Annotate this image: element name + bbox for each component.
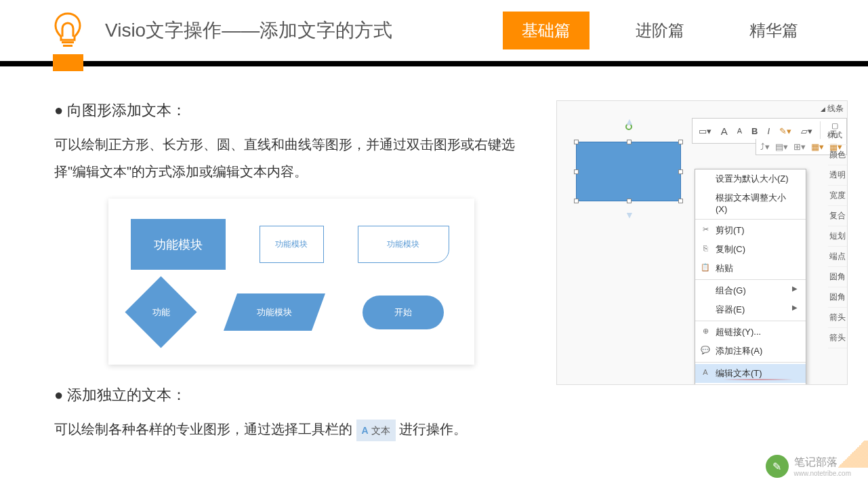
- menu-separator: [695, 321, 806, 321]
- context-menu-item[interactable]: 📋粘贴: [695, 259, 806, 278]
- page-title: Visio文字操作——添加文字的方式: [105, 18, 392, 43]
- tab-advanced[interactable]: 进阶篇: [617, 12, 703, 49]
- side-panel-item[interactable]: 透明: [828, 165, 847, 186]
- side-panel-item[interactable]: 颜色: [828, 145, 847, 165]
- menu-separator: [695, 279, 806, 280]
- resize-handle[interactable]: [678, 140, 683, 144]
- context-menu: 设置为默认大小(Z)根据文本调整大小(X)✂剪切(T)⎘复制(C)📋粘贴组合(G…: [695, 169, 806, 385]
- context-menu-item[interactable]: ✂剪切(T): [695, 221, 806, 240]
- tab-basic[interactable]: 基础篇: [503, 12, 590, 49]
- footer-brand: 笔记部落: [794, 456, 838, 468]
- shape-rectangle-outline: 功能模块: [260, 226, 324, 263]
- menu-item-icon: 📋: [701, 262, 710, 272]
- resize-handle[interactable]: [574, 169, 579, 174]
- context-menu-item[interactable]: 💬添加注释(A): [695, 342, 806, 361]
- menu-item-label: 设置为默认大小(Z): [716, 174, 789, 184]
- side-panel-item[interactable]: 宽度: [828, 186, 847, 206]
- context-menu-item[interactable]: 组合(G)▶: [695, 281, 806, 300]
- font-increase-button[interactable]: A: [719, 125, 730, 138]
- menu-item-label: 超链接(Y)...: [716, 327, 761, 337]
- context-menu-item[interactable]: ⊕超链接(Y)...: [695, 323, 806, 342]
- menu-item-label: 编辑文本(T): [716, 368, 762, 378]
- shape-fill-icon[interactable]: ▱▾: [799, 125, 814, 137]
- resize-handle[interactable]: [678, 199, 683, 203]
- resize-handle[interactable]: [678, 169, 683, 174]
- header-divider: [0, 61, 868, 66]
- visio-screenshot: 线条 ▲ ▼ ▭▾ A A B I ✎▾ ▱▾: [556, 100, 848, 385]
- section2-title: 添加独立的文本：: [54, 385, 536, 405]
- menu-item-label: 剪切(T): [716, 225, 745, 235]
- side-panel-item[interactable]: 无: [828, 125, 847, 145]
- italic-button[interactable]: I: [765, 125, 772, 137]
- content-right: 线条 ▲ ▼ ▭▾ A A B I ✎▾ ▱▾: [556, 100, 848, 456]
- text-tool-button[interactable]: A文本: [356, 420, 396, 441]
- menu-separator: [695, 219, 806, 220]
- resize-handle[interactable]: [627, 199, 632, 203]
- logo: [51, 10, 85, 51]
- shape-wave: 功能模块: [358, 226, 449, 263]
- menu-separator: [695, 362, 806, 363]
- menu-item-icon: ✂: [701, 224, 710, 234]
- section2-desc: 可以绘制各种各样的专业图形，通过选择工具栏的 A文本 进行操作。: [54, 415, 536, 443]
- context-menu-item[interactable]: ⎘复制(C): [695, 240, 806, 259]
- side-panel-item[interactable]: 复合: [828, 206, 847, 226]
- header-accent: [53, 54, 83, 71]
- footer-sub: www.notetribe.com: [794, 470, 851, 477]
- menu-item-label: 复制(C): [716, 244, 745, 254]
- tab-bar: 基础篇 进阶篇 精华篇: [503, 12, 817, 49]
- shapes-example: 功能模块 功能模块 功能模块 功能 功能模块 开始: [108, 199, 474, 365]
- textbox-icon[interactable]: ▭▾: [697, 125, 714, 137]
- selected-shape[interactable]: [576, 142, 681, 201]
- side-panel-labels: 无颜色透明宽度复合短划端点圆角圆角箭头箭头: [828, 101, 847, 348]
- group-icon[interactable]: ▦▾: [811, 142, 824, 152]
- context-menu-item[interactable]: 根据文本调整大小(X): [695, 188, 806, 218]
- bulb-icon: [51, 10, 85, 51]
- brush-icon[interactable]: ✎▾: [777, 125, 793, 137]
- side-panel-item[interactable]: 箭头: [828, 308, 847, 328]
- autoconnect-arrow-icon[interactable]: ▲: [625, 116, 634, 127]
- shape-pill: 开始: [363, 296, 444, 329]
- menu-item-label: 添加注释(A): [716, 346, 762, 356]
- section2: 添加独立的文本： 可以绘制各种各样的专业图形，通过选择工具栏的 A文本 进行操作…: [54, 385, 536, 443]
- connector-icon[interactable]: ⤴▾: [760, 142, 770, 152]
- resize-handle[interactable]: [574, 199, 579, 203]
- submenu-arrow-icon: ▶: [792, 285, 798, 292]
- autoconnect-arrow-icon[interactable]: ▼: [625, 209, 634, 220]
- menu-item-label: 组合(G): [716, 285, 746, 296]
- pencil-circle-icon: ✎: [766, 455, 789, 478]
- menu-item-label: 粘贴: [716, 263, 733, 273]
- side-panel-item[interactable]: 箭头: [828, 328, 847, 348]
- distribute-icon[interactable]: ⊞▾: [793, 142, 806, 152]
- tab-essence[interactable]: 精华篇: [730, 12, 817, 49]
- menu-item-icon: 💬: [701, 345, 710, 354]
- section1-title: 向图形添加文本：: [54, 100, 536, 121]
- text-tool-label: 文本: [371, 421, 390, 440]
- content-left: 向图形添加文本： 可以绘制正方形、长方形、圆、直线和曲线等图形，并通过双击图形或…: [54, 100, 536, 456]
- section2-desc-after: 进行操作。: [399, 422, 467, 436]
- context-menu-item[interactable]: A编辑文本(T): [695, 364, 806, 383]
- shape-diamond: 功能: [125, 276, 197, 348]
- align-icon[interactable]: ▤▾: [775, 142, 788, 152]
- highlight-underline: [717, 379, 799, 380]
- font-decrease-button[interactable]: A: [735, 126, 744, 136]
- side-panel-item[interactable]: 短划: [828, 226, 847, 247]
- menu-item-icon: ⊕: [701, 326, 710, 336]
- context-menu-item[interactable]: 容器(E)▶: [695, 300, 806, 319]
- bold-button[interactable]: B: [749, 125, 760, 137]
- resize-handle[interactable]: [627, 140, 632, 144]
- svg-rect-0: [62, 41, 74, 43]
- footer-logo: ✎ 笔记部落 www.notetribe.com: [766, 455, 851, 478]
- menu-item-icon: A: [701, 367, 710, 377]
- side-panel-item[interactable]: 圆角: [828, 287, 847, 308]
- context-menu-item[interactable]: 设置为默认大小(Z): [695, 169, 806, 188]
- page-header: Visio文字操作——添加文字的方式 基础篇 进阶篇 精华篇: [0, 0, 868, 61]
- side-panel-item[interactable]: 圆角: [828, 267, 847, 287]
- menu-item-label: 根据文本调整大小(X): [716, 192, 786, 214]
- submenu-arrow-icon: ▶: [792, 304, 798, 311]
- resize-handle[interactable]: [574, 140, 579, 144]
- side-panel-item[interactable]: 端点: [828, 247, 847, 267]
- menu-item-icon: ⎘: [701, 243, 710, 253]
- shape-rectangle-filled: 功能模块: [131, 219, 226, 270]
- svg-rect-1: [63, 45, 73, 47]
- section2-desc-before: 可以绘制各种各样的专业图形，通过选择工具栏的: [54, 422, 352, 436]
